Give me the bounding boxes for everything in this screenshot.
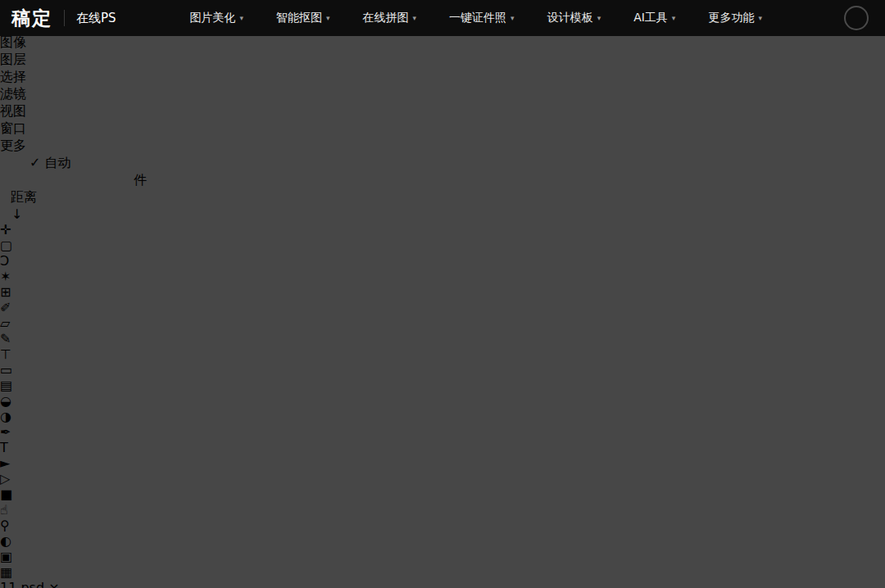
tool-palette: ✛▢Ɔ✶⊞✐▱✎⊤▭▤◒◑✒T►▷■☝⚲◐▣▦ [0,222,885,580]
text-tool[interactable]: T [0,440,885,455]
app-name: 在线PS [64,10,116,26]
healing-brush-tool[interactable]: ▱ [0,315,885,331]
auto-select-label: 自动 [45,155,71,170]
auto-select-checkbox[interactable]: ✓ [30,155,40,170]
chevron-down-icon: ▾ [758,14,762,22]
pen-tool[interactable]: ✒ [0,424,885,440]
hand-tool[interactable]: ☝ [0,502,885,518]
topbar-menu-label: 智能抠图 [276,11,322,25]
magic-wand-tool[interactable]: ✶ [0,269,885,284]
topbar-menu-item[interactable]: 图片美化▾ [190,11,244,25]
menubar-item[interactable]: 视图 [0,103,885,120]
grid-icon[interactable]: ▦ [0,564,885,580]
chevron-down-icon: ▾ [511,14,515,22]
eyedropper-tool[interactable]: ✐ [0,300,885,315]
topbar: 稿定 在线PS 图片美化▾智能抠图▾在线拼图▾一键证件照▾设计模板▾AI工具▾更… [0,0,885,36]
topbar-menu-item[interactable]: 在线拼图▾ [363,11,417,25]
chevron-down-icon: ▾ [597,14,601,22]
app-logo: 稿定 [11,6,52,31]
menubar-item[interactable]: 图像 [0,34,885,52]
menubar-item[interactable]: 更多 [0,138,885,155]
shape-tool[interactable]: ■ [0,486,885,502]
clone-stamp-tool[interactable]: ⊤ [0,346,885,362]
menubar-item[interactable]: 图层 [0,52,885,69]
direct-select-tool[interactable]: ▷ [0,471,885,486]
user-avatar[interactable] [844,6,869,30]
screen-mode-icon[interactable]: ▣ [0,549,885,564]
show-controls-label-tail: 件 [134,172,147,188]
export-button[interactable]: ↓ [11,206,885,222]
distance-label: 距离 [11,189,37,205]
lasso-tool[interactable]: Ɔ [0,253,885,269]
topbar-menu-label: 图片美化 [190,11,236,25]
topbar-menu-label: 更多功能 [708,11,754,25]
blur-tool[interactable]: ◒ [0,393,885,409]
quick-mask-icon[interactable]: ◐ [0,533,885,549]
close-icon[interactable]: × [48,580,59,588]
chevron-down-icon: ▾ [326,14,330,22]
menubar-item[interactable]: 选择 [0,69,885,86]
menubar-item[interactable]: 滤镜 [0,86,885,103]
move-tool[interactable]: ✛ [0,222,885,237]
zoom-tool[interactable]: ⚲ [0,518,885,533]
chevron-down-icon: ▾ [240,14,244,22]
topbar-menu-item[interactable]: 设计模板▾ [547,11,601,25]
document-tab[interactable]: 11.psd × [0,580,885,588]
dodge-tool[interactable]: ◑ [0,409,885,424]
crop-tool[interactable]: ⊞ [0,284,885,300]
topbar-menu-label: 在线拼图 [363,11,409,25]
gradient-tool[interactable]: ▤ [0,378,885,393]
topbar-menu-item[interactable]: AI工具▾ [633,11,675,25]
topbar-menu-label: 一键证件照 [449,11,506,25]
marquee-select-tool[interactable]: ▢ [0,237,885,253]
topbar-menu-label: AI工具 [633,11,668,25]
path-select-tool[interactable]: ► [0,455,885,471]
menubar-item[interactable]: 窗口 [0,120,885,138]
brush-tool[interactable]: ✎ [0,331,885,346]
chevron-down-icon: ▾ [672,14,676,22]
topbar-menu-item[interactable]: 更多功能▾ [708,11,762,25]
options-bar: ✓ 自动 件 距离 ↓ [0,155,885,222]
chevron-down-icon: ▾ [413,14,417,22]
document-tab-title: 11.psd [0,580,44,588]
topbar-menu-item[interactable]: 智能抠图▾ [276,11,330,25]
topbar-menu-label: 设计模板 [547,11,593,25]
topbar-menu-item[interactable]: 一键证件照▾ [449,11,515,25]
eraser-tool[interactable]: ▭ [0,362,885,378]
topbar-nav: 图片美化▾智能抠图▾在线拼图▾一键证件照▾设计模板▾AI工具▾更多功能▾ [157,11,795,25]
